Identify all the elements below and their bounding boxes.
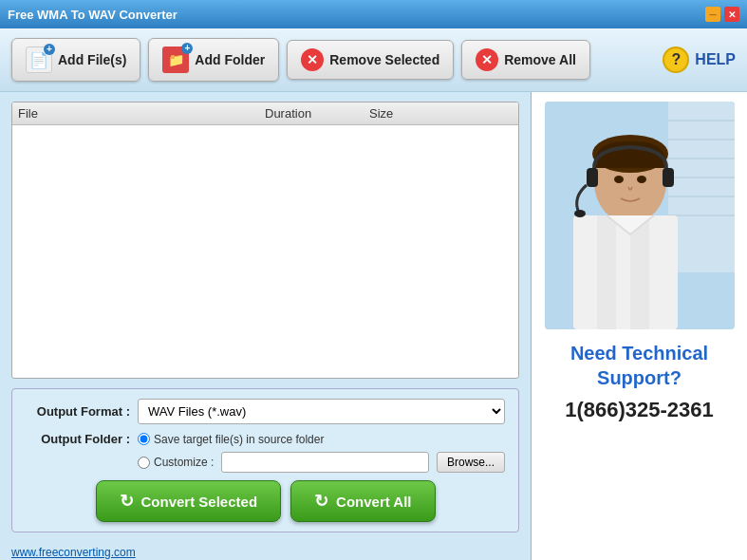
remove-selected-button[interactable]: ✕ Remove Selected <box>287 40 454 80</box>
customize-label: Customize : <box>154 456 214 469</box>
support-phone: 1(866)325-2361 <box>565 398 714 422</box>
help-label: HELP <box>695 51 736 68</box>
svg-rect-15 <box>587 168 598 187</box>
add-folder-button[interactable]: 📁 Add Folder <box>148 38 279 82</box>
col-duration: Duration <box>265 106 369 121</box>
convert-all-label: Convert All <box>336 494 411 510</box>
toolbar: 📄 Add File(s) 📁 Add Folder ✕ Remove Sele… <box>0 28 747 92</box>
remove-all-label: Remove All <box>504 52 576 67</box>
support-image <box>545 102 735 329</box>
add-folder-icon: 📁 <box>162 47 189 73</box>
convert-all-icon: ↻ <box>314 491 328 512</box>
svg-point-14 <box>637 176 646 183</box>
file-list-body[interactable] <box>12 125 518 378</box>
add-folder-label: Add Folder <box>195 52 265 67</box>
svg-rect-16 <box>663 168 674 187</box>
save-source-radio[interactable] <box>138 433 150 445</box>
customize-input[interactable] <box>221 452 429 473</box>
main-content: File Duration Size Output Format : WAV F… <box>0 92 747 560</box>
convert-selected-label: Convert Selected <box>141 494 258 510</box>
title-bar-buttons: ─ ✕ <box>705 7 739 22</box>
add-files-button[interactable]: 📄 Add File(s) <box>11 38 140 82</box>
convert-buttons: ↻ Convert Selected ↻ Convert All <box>26 480 505 522</box>
bottom-controls: Output Format : WAV Files (*.wav) MP3 Fi… <box>11 388 519 532</box>
output-format-select[interactable]: WAV Files (*.wav) MP3 Files (*.mp3) OGG … <box>138 399 505 424</box>
remove-all-icon: ✕ <box>476 48 498 71</box>
add-file-icon: 📄 <box>26 47 52 73</box>
remove-selected-label: Remove Selected <box>329 52 439 67</box>
support-heading: Need Technical Support? <box>541 341 738 390</box>
remove-all-button[interactable]: ✕ Remove All <box>461 40 590 80</box>
file-list-container: File Duration Size <box>11 102 519 379</box>
output-folder-label: Output Folder : <box>26 432 130 446</box>
left-panel: File Duration Size Output Format : WAV F… <box>0 92 531 560</box>
folder-row: Output Folder : Save target file(s) in s… <box>26 432 505 446</box>
file-list-header: File Duration Size <box>12 103 518 125</box>
save-source-option[interactable]: Save target file(s) in source folder <box>138 433 324 446</box>
minimize-button[interactable]: ─ <box>705 7 720 22</box>
customize-option[interactable]: Customize : <box>138 456 214 469</box>
close-button[interactable]: ✕ <box>724 7 739 22</box>
customize-row: Customize : Browse... <box>138 452 505 473</box>
convert-selected-icon: ↻ <box>120 491 134 512</box>
help-icon: ? <box>663 47 689 73</box>
col-file: File <box>18 106 265 121</box>
save-source-label: Save target file(s) in source folder <box>154 433 324 446</box>
output-format-label: Output Format : <box>26 404 130 419</box>
convert-all-button[interactable]: ↻ Convert All <box>290 480 435 522</box>
svg-rect-9 <box>597 215 616 329</box>
convert-selected-button[interactable]: ↻ Convert Selected <box>96 480 282 522</box>
svg-rect-8 <box>573 215 678 329</box>
customize-radio[interactable] <box>138 457 150 469</box>
col-size: Size <box>369 106 513 121</box>
title-bar: Free WMA To WAV Converter ─ ✕ <box>0 0 747 28</box>
help-button[interactable]: ? HELP <box>663 47 736 73</box>
remove-selected-icon: ✕ <box>301 48 324 71</box>
svg-point-17 <box>574 210 586 217</box>
add-files-label: Add File(s) <box>58 52 126 67</box>
app-title: Free WMA To WAV Converter <box>8 8 177 22</box>
website-link[interactable]: www.freeconverting.com <box>11 546 519 559</box>
right-panel: Need Technical Support? 1(866)325-2361 <box>531 92 747 560</box>
svg-rect-1 <box>668 102 735 272</box>
browse-button[interactable]: Browse... <box>437 452 505 473</box>
format-row: Output Format : WAV Files (*.wav) MP3 Fi… <box>26 399 505 424</box>
svg-point-13 <box>614 176 624 183</box>
